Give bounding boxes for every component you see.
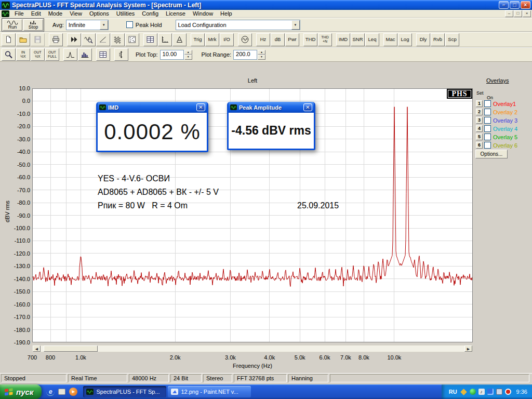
imd-button[interactable]: IMD [336,33,350,46]
chevron-down-icon[interactable]: ▼ [100,20,108,30]
maximize-button[interactable]: □ [510,1,520,9]
run-button[interactable]: Run [3,19,22,31]
mdi-close-button[interactable]: × [523,10,531,17]
scale-button[interactable] [158,33,172,46]
imd-window-titlebar[interactable]: IMD ✕ [98,102,207,113]
overlays-options-button[interactable]: Options... [475,150,508,158]
start-button[interactable]: пуск [0,384,42,399]
grid-table-button[interactable] [96,48,110,61]
task-button-2[interactable]: 12.png - Paint.NET v... [168,386,251,397]
overlay-on-checkbox-3[interactable] [484,117,491,124]
zoom-in-half-button[interactable]: IN½X [16,48,30,61]
task-button-1[interactable]: SpectraPLUS - FFT Sp... [83,386,166,397]
tray-network-icon[interactable] [487,389,494,395]
scroll-right-icon[interactable]: ▶ [464,345,472,352]
overlay-set-button-4[interactable]: 4 [476,125,483,132]
menu-item-edit[interactable]: Edit [28,10,45,17]
menu-item-utilities[interactable]: Utilities [113,10,138,17]
peak-close-icon[interactable]: ✕ [303,103,312,111]
zoom-select-button[interactable] [2,48,16,61]
tray-shield-icon[interactable] [460,389,467,395]
taskbar-clock[interactable]: 9:36 [516,389,527,395]
plot-range-input[interactable]: 200.0 [233,50,257,60]
peak-hold-checkbox[interactable] [126,21,133,28]
menu-item-config[interactable]: Config [138,10,162,17]
delay-button[interactable]: Dly [416,33,430,46]
menu-item-window[interactable]: Window [189,10,217,17]
vertical-scale-button[interactable] [114,48,128,61]
overlay-set-button-6[interactable]: 6 [476,142,483,149]
menu-item-view[interactable]: View [66,10,86,17]
menu-item-license[interactable]: License [162,10,189,17]
media-player-icon[interactable]: ▶ [69,388,77,396]
menu-item-options[interactable]: Options [86,10,113,17]
io-device-button[interactable]: I/O [220,33,234,46]
spin-up-icon[interactable]: ▲ [184,50,192,55]
overlay-on-checkbox-2[interactable] [484,109,491,115]
overlay-set-button-1[interactable]: 1 [476,100,483,107]
mdi-minimize-button[interactable]: – [505,10,513,17]
overlay-set-button-2[interactable]: 2 [476,109,483,115]
internet-explorer-icon[interactable]: e [46,388,55,396]
show-desktop-icon[interactable] [58,389,65,395]
overlay-on-checkbox-5[interactable] [484,134,491,140]
signal-generator-button[interactable] [238,33,252,46]
bar-display-button[interactable] [78,48,92,61]
mdi-restore-button[interactable]: □ [514,10,522,17]
chevron-down-icon[interactable]: ▼ [291,20,300,30]
overlay-set-button-3[interactable]: 3 [476,117,483,124]
thd-button[interactable]: THD [303,33,317,46]
plot-top-input[interactable]: 10.00 [160,50,184,60]
trigger-button[interactable]: Trig [191,33,205,46]
tray-messenger-icon[interactable] [496,389,502,395]
reverb-button[interactable]: Rvb [431,33,445,46]
snr-button[interactable]: SNR [351,33,365,46]
scroll-left-icon[interactable]: ◀ [33,345,41,352]
tray-agent-icon[interactable] [470,389,476,395]
zoom-out-half-button[interactable]: OUT½X [31,48,45,61]
data-table-button[interactable] [143,33,157,46]
plot-top-spinner[interactable]: ▲▼ [184,50,192,60]
waterfall-button[interactable] [111,33,125,46]
peak-curve-button[interactable] [63,48,77,61]
calibration-button[interactable] [172,33,187,46]
scrollbar-track[interactable] [41,345,464,352]
new-file-button[interactable] [2,33,16,46]
marker-button[interactable]: Mrk [205,33,219,46]
peak-window-titlebar[interactable]: Peak Amplitude ✕ [229,102,314,113]
menu-item-mode[interactable]: Mode [45,10,66,17]
language-indicator[interactable]: RU [449,389,457,395]
spin-down-icon[interactable]: ▼ [184,55,192,60]
leq-button[interactable]: Leq [365,33,379,46]
scope-button[interactable]: Scp [445,33,459,46]
power-units-button[interactable]: Pwr [285,33,299,46]
menu-item-help[interactable]: Help [217,10,236,17]
averaging-select[interactable]: Infinite ▼ [66,20,109,30]
db-units-button[interactable]: dB [271,33,285,46]
tray-volume-icon[interactable]: ♪ [478,389,485,395]
tray-monitor-icon[interactable] [505,389,511,395]
plot-range-spinner[interactable]: ▲▼ [258,50,265,60]
overlay-on-checkbox-1[interactable] [484,100,491,107]
imd-close-icon[interactable]: ✕ [196,103,205,111]
document-icon[interactable] [2,10,9,17]
thdn-button[interactable]: THD+N [318,33,332,46]
spin-up-icon[interactable]: ▲ [258,50,265,55]
overlay-set-button-5[interactable]: 5 [476,134,483,140]
load-configuration-select[interactable]: Load Configuration ▼ [176,20,300,30]
macro-button[interactable]: Mac [383,33,397,46]
zoom-out-full-button[interactable]: OUTFULL [45,48,59,61]
minimize-button[interactable]: – [499,1,509,9]
overlay-on-checkbox-6[interactable] [484,142,491,149]
close-button[interactable]: × [521,1,530,9]
menu-item-file[interactable]: File [11,10,28,17]
scrollbar-thumb[interactable] [44,345,98,352]
print-button[interactable] [49,33,63,46]
logging-button[interactable]: Log [398,33,412,46]
stop-button[interactable]: Stop [23,19,43,31]
fast-forward-button[interactable] [67,33,81,46]
zoom-waveform-button[interactable] [82,33,96,46]
spin-down-icon[interactable]: ▼ [258,55,265,60]
open-file-button[interactable] [16,33,30,46]
spectrogram-button[interactable] [125,33,139,46]
